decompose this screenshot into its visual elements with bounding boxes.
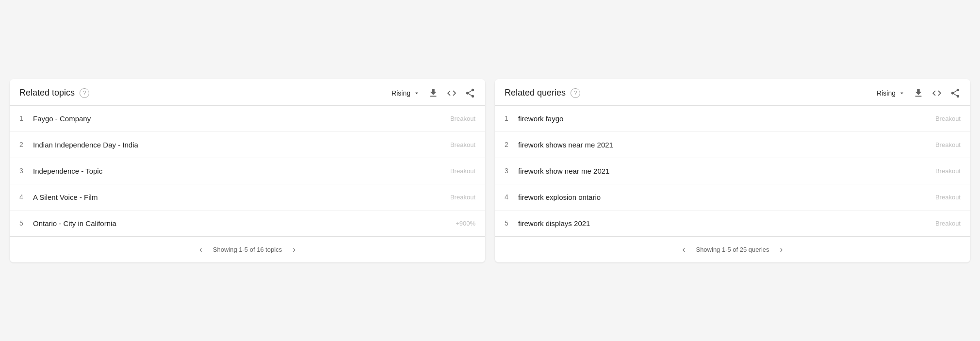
item-number: 2: [19, 141, 33, 148]
item-label: Faygo - Company: [33, 114, 444, 123]
item-number: 1: [505, 114, 518, 122]
related-topics-header: Related topics ? Rising: [10, 79, 485, 106]
related-queries-help-icon[interactable]: ?: [571, 88, 580, 98]
related-queries-controls: Rising: [877, 88, 961, 98]
related-queries-filter-label: Rising: [877, 89, 896, 97]
related-queries-title: Related queries: [505, 88, 566, 98]
item-badge: Breakout: [935, 115, 961, 122]
related-topics-filter-dropdown[interactable]: Rising: [392, 89, 420, 97]
table-row: 4 A Silent Voice - Film Breakout: [10, 184, 485, 211]
share-icon: [465, 88, 475, 98]
item-number: 2: [505, 141, 518, 148]
download-icon: [913, 88, 924, 98]
share-icon: [950, 88, 961, 98]
embed-icon: [446, 88, 457, 98]
item-badge: Breakout: [935, 194, 961, 201]
item-label: firework faygo: [518, 114, 930, 123]
chevron-down-icon: [898, 90, 905, 97]
item-badge: Breakout: [935, 167, 961, 175]
table-row: 3 Independence - Topic Breakout: [10, 158, 485, 184]
table-row: 3 firework show near me 2021 Breakout: [495, 158, 970, 184]
related-queries-prev-button[interactable]: ‹: [679, 244, 688, 256]
item-number: 5: [19, 219, 33, 227]
item-label: firework shows near me 2021: [518, 141, 930, 149]
item-badge: Breakout: [450, 115, 475, 122]
related-queries-next-button[interactable]: ›: [777, 244, 786, 256]
item-number: 4: [19, 193, 33, 201]
item-label: Ontario - City in California: [33, 219, 450, 227]
related-queries-pagination-text: Showing 1-5 of 25 queries: [696, 246, 769, 253]
item-badge: Breakout: [450, 194, 475, 201]
item-badge: Breakout: [935, 141, 961, 148]
related-topics-download-button[interactable]: [428, 88, 439, 98]
item-label: firework explosion ontario: [518, 193, 930, 201]
related-topics-embed-button[interactable]: [446, 88, 457, 98]
table-row: 5 firework displays 2021 Breakout: [495, 211, 970, 236]
related-queries-header: Related queries ? Rising: [495, 79, 970, 106]
related-topics-pagination-text: Showing 1-5 of 16 topics: [213, 246, 282, 253]
table-row: 4 firework explosion ontario Breakout: [495, 184, 970, 211]
related-queries-footer: ‹ Showing 1-5 of 25 queries ›: [495, 236, 970, 262]
related-topics-help-icon[interactable]: ?: [80, 88, 89, 98]
item-label: firework displays 2021: [518, 219, 930, 227]
item-number: 3: [505, 167, 518, 175]
related-queries-share-button[interactable]: [950, 88, 961, 98]
related-queries-panel: Related queries ? Rising: [495, 79, 970, 262]
item-label: A Silent Voice - Film: [33, 193, 444, 201]
table-row: 5 Ontario - City in California +900%: [10, 211, 485, 236]
related-queries-download-button[interactable]: [913, 88, 924, 98]
item-badge: Breakout: [935, 220, 961, 227]
item-number: 5: [505, 219, 518, 227]
related-queries-embed-button[interactable]: [931, 88, 942, 98]
download-icon: [428, 88, 439, 98]
item-label: Indian Independence Day - India: [33, 141, 444, 149]
table-row: 2 Indian Independence Day - India Breako…: [10, 132, 485, 158]
chevron-down-icon: [413, 90, 420, 97]
related-topics-footer: ‹ Showing 1-5 of 16 topics ›: [10, 236, 485, 262]
table-row: 1 Faygo - Company Breakout: [10, 106, 485, 132]
related-topics-controls: Rising: [392, 88, 475, 98]
related-queries-title-group: Related queries ?: [505, 88, 580, 98]
item-badge: Breakout: [450, 141, 475, 148]
item-badge: Breakout: [450, 167, 475, 175]
related-queries-filter-dropdown[interactable]: Rising: [877, 89, 905, 97]
item-number: 4: [505, 193, 518, 201]
related-topics-next-button[interactable]: ›: [290, 244, 298, 256]
related-queries-list: 1 firework faygo Breakout 2 firework sho…: [495, 106, 970, 236]
embed-icon: [931, 88, 942, 98]
item-label: Independence - Topic: [33, 167, 444, 175]
related-topics-share-button[interactable]: [465, 88, 475, 98]
item-number: 1: [19, 114, 33, 122]
panels-container: Related topics ? Rising: [10, 79, 970, 262]
related-topics-list: 1 Faygo - Company Breakout 2 Indian Inde…: [10, 106, 485, 236]
item-label: firework show near me 2021: [518, 167, 930, 175]
item-number: 3: [19, 167, 33, 175]
item-badge: +900%: [456, 220, 475, 227]
table-row: 1 firework faygo Breakout: [495, 106, 970, 132]
related-topics-title: Related topics: [19, 88, 75, 98]
table-row: 2 firework shows near me 2021 Breakout: [495, 132, 970, 158]
related-topics-title-group: Related topics ?: [19, 88, 89, 98]
related-topics-filter-label: Rising: [392, 89, 410, 97]
related-topics-panel: Related topics ? Rising: [10, 79, 485, 262]
related-topics-prev-button[interactable]: ‹: [196, 244, 205, 256]
